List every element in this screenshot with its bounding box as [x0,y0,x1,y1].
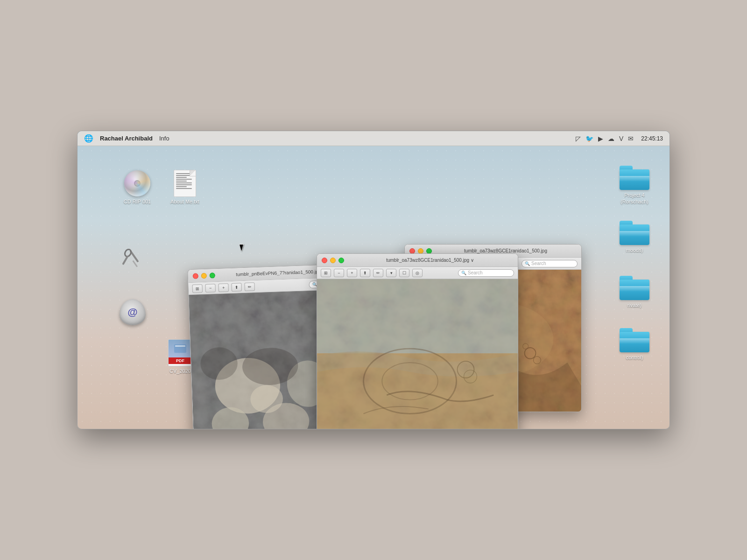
close-button-left[interactable] [193,273,198,279]
fullscreen-button-back[interactable] [426,248,432,254]
minimize-button-left[interactable] [201,273,207,278]
desktop-icon-moods[interactable]: moods) [613,221,655,253]
cd-rip-label: CD RIP 001 [124,198,151,205]
pdf-icon: PDF [167,340,193,366]
svg-rect-30 [317,279,518,429]
back-window-title: tumblr_oa73wz8GCE1ranidao1_500.jpg [435,248,577,253]
fullscreen-button-center[interactable] [338,258,344,263]
globe-icon: 🌐 [84,134,93,143]
svg-rect-5 [175,345,185,347]
mouse-cursor [239,244,245,252]
menu-item-info[interactable]: Info [159,135,169,142]
minimize-button-center[interactable] [330,258,336,263]
menu-title: Rachael Archibald [100,135,153,142]
toolbar-btn-markup-c[interactable]: ◎ [412,269,423,277]
about-me-label: About Me.txt [170,198,199,205]
toolbar-btn-grid-c[interactable]: ⊞ [321,269,331,277]
toolbar-btn-box-c[interactable]: ☐ [399,269,409,277]
toolbar-btn-zoom-out-c[interactable]: − [334,269,344,277]
center-window-titlebar: tumblr_oa73wz8GCE1ranidao1_500.jpg ∨ [317,254,518,267]
preview-window-center[interactable]: tumblr_oa73wz8GCE1ranidao1_500.jpg ∨ ⊞ −… [317,253,518,429]
center-window-title: tumblr_oa73wz8GCE1ranidao1_500.jpg ∨ [347,258,513,263]
menu-bar-left: 🌐 Rachael Archibald Info [84,134,576,143]
center-window-image [317,279,518,429]
menu-bar-right: ◸ 🐦 ▶ ☁ V ✉ 22:45:13 [576,135,663,142]
toolbar-btn-pen-c[interactable]: ✏ [373,269,383,277]
toolbar-btn-grid-l[interactable]: ⊞ [192,284,203,293]
desktop-icon-spring-mail[interactable]: @ [114,299,151,325]
desktop-icon-project4[interactable]: Project 4 (Rorschach) [613,166,655,205]
search-icon-back: 🔍 [525,261,530,266]
minimize-button-back[interactable] [418,248,423,254]
desktop-icon-cd-rip[interactable]: CD RIP 001 [119,170,156,205]
project4-label: Project 4 (Rorschach) [613,192,655,205]
pdf-label: PDF [169,357,192,364]
system-time: 22:45:13 [641,135,663,142]
close-button-back[interactable] [409,248,415,254]
folder-icon-private [620,276,649,300]
control-label: control) [626,354,643,361]
folder-icon-moods [620,221,649,245]
search-placeholder-center: Search [468,270,483,275]
back-window-search[interactable]: 🔍 Search [521,260,578,267]
desktop-icon-tools[interactable] [114,246,151,273]
tools-icon [120,246,146,273]
center-window-toolbar: ⊞ − + ⬆ ✏ ▾ ☐ ◎ 🔍 Search [317,267,518,279]
spring-mail-icon: @ [120,299,146,325]
toolbar-btn-share-l[interactable]: ⬆ [231,283,242,292]
twitter-icon[interactable]: 🐦 [585,135,593,142]
cv-label: CV_2020 [169,368,191,374]
desktop: CD RIP 001 About Me.txt [78,146,669,429]
toolbar-btn-share-c[interactable]: ⬆ [360,269,370,277]
svg-rect-3 [122,255,128,265]
menu-bar: 🌐 Rachael Archibald Info ◸ 🐦 ▶ ☁ V ✉ 22:… [78,131,669,146]
at-symbol: @ [127,306,137,318]
toolbar-btn-zoom-in-l[interactable]: + [218,283,229,292]
toolbar-btn-dropdown-c[interactable]: ▾ [386,269,396,277]
desktop-icon-control[interactable]: control) [613,328,655,361]
folder-icon-control [620,328,649,352]
desktop-icon-private[interactable]: rivate) [613,276,655,308]
toolbar-btn-pen-l[interactable]: ✏ [244,282,255,291]
mail-icon[interactable]: ✉ [628,135,634,142]
fullscreen-button-left[interactable] [210,273,215,278]
private-label: rivate) [627,302,642,308]
instagram-icon[interactable]: ◸ [576,135,581,142]
vimeo-icon[interactable]: V [619,135,623,142]
close-button-center[interactable] [322,258,327,263]
toolbar-btn-zoom-out-l[interactable]: − [205,284,216,293]
mac-desktop-window: 🌐 Rachael Archibald Info ◸ 🐦 ▶ ☁ V ✉ 22:… [77,131,670,429]
txt-file-icon [172,170,198,196]
search-icon-center: 🔍 [461,271,466,275]
soundcloud-icon[interactable]: ☁ [608,135,614,142]
folder-icon-project4 [620,166,649,190]
search-placeholder-back: Search [531,261,546,266]
toolbar-btn-zoom-in-c[interactable]: + [347,269,357,277]
youtube-icon[interactable]: ▶ [598,135,603,142]
cd-icon [124,170,150,196]
center-window-search[interactable]: 🔍 Search [458,269,514,277]
desktop-icon-about-me[interactable]: About Me.txt [166,170,204,205]
moods-label: moods) [626,247,643,253]
